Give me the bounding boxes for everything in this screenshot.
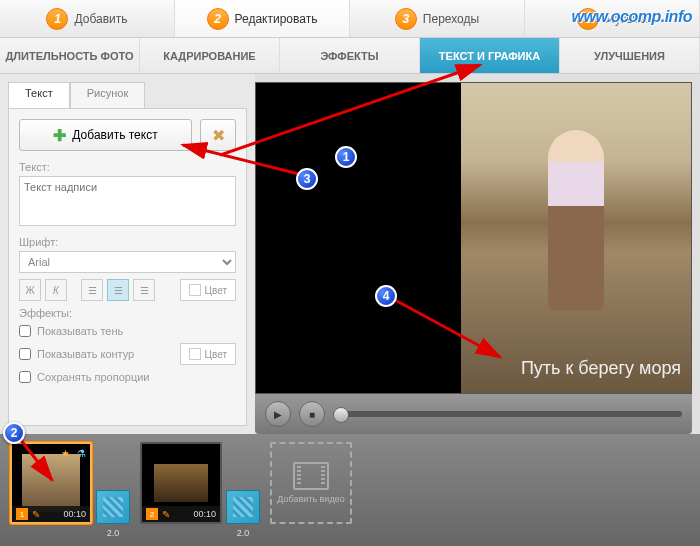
star-icon: ★ — [58, 446, 72, 460]
caption-overlay[interactable]: Путь к берегу моря — [521, 358, 681, 379]
shadow-checkbox[interactable] — [19, 325, 31, 337]
tab-label: Добавить — [74, 12, 127, 26]
color-swatch — [189, 284, 201, 296]
clip-1: ★⚗ 1✎00:10 2.0 — [10, 442, 130, 524]
photo-content — [461, 83, 691, 393]
transition-duration: 2.0 — [226, 528, 260, 538]
outline-label: Показывать контур — [37, 348, 134, 360]
film-icon — [293, 462, 329, 490]
caption-textarea[interactable] — [19, 176, 236, 226]
shadow-label: Показывать тень — [37, 325, 123, 337]
play-button[interactable]: ▶ — [265, 401, 291, 427]
workspace: Текст Рисунок ✚Добавить текст ✖ Текст: Ш… — [0, 74, 700, 434]
play-icon: ▶ — [274, 409, 282, 420]
step-number: 1 — [46, 8, 68, 30]
annotation-2: 2 — [3, 422, 25, 444]
transition-button[interactable] — [96, 490, 130, 524]
outline-color-button[interactable]: Цвет — [180, 343, 236, 365]
add-text-button[interactable]: ✚Добавить текст — [19, 119, 192, 151]
align-left-icon: ☰ — [88, 285, 97, 296]
font-label: Шрифт: — [19, 236, 236, 248]
bold-button[interactable]: Ж — [19, 279, 41, 301]
align-right-button[interactable]: ☰ — [133, 279, 155, 301]
stop-button[interactable]: ■ — [299, 401, 325, 427]
sub-tabs: ДЛИТЕЛЬНОСТЬ ФОТО КАДРИРОВАНИЕ ЭФФЕКТЫ Т… — [0, 38, 700, 74]
panel-body: ✚Добавить текст ✖ Текст: Шрифт: Arial Ж … — [8, 108, 247, 426]
inner-tab-text[interactable]: Текст — [8, 82, 70, 108]
subtab-enhance[interactable]: УЛУЧШЕНИЯ — [560, 38, 700, 73]
watermark: www.ocomp.info — [572, 8, 692, 26]
delete-text-button[interactable]: ✖ — [200, 119, 236, 151]
subtab-text-graphics[interactable]: ТЕКСТ И ГРАФИКА — [420, 38, 560, 73]
font-select[interactable]: Arial — [19, 251, 236, 273]
preview-canvas[interactable]: Путь к берегу моря — [255, 82, 692, 394]
color-swatch — [189, 348, 201, 360]
clip-duration: 00:10 — [63, 509, 86, 519]
flask-icon: ⚗ — [74, 446, 88, 460]
tab-transitions[interactable]: 3Переходы — [350, 0, 525, 37]
clip-thumbnail[interactable]: ★⚗ 1✎00:10 — [10, 442, 92, 524]
align-center-button[interactable]: ☰ — [107, 279, 129, 301]
clip-duration: 00:10 — [193, 509, 216, 519]
text-color-button[interactable]: Цвет — [180, 279, 236, 301]
playback-controls: ▶ ■ — [255, 394, 692, 434]
preview-area: Путь к берегу моря ▶ ■ — [255, 74, 700, 434]
transition-button[interactable] — [226, 490, 260, 524]
add-video-button[interactable]: Добавить видео — [270, 442, 352, 524]
timeline: ★⚗ 1✎00:10 2.0 2✎00:10 2.0 Добавить виде… — [0, 434, 700, 546]
thumb-image — [22, 454, 80, 512]
step-number: 3 — [395, 8, 417, 30]
tab-label: Переходы — [423, 12, 479, 26]
clip-2: 2✎00:10 2.0 — [140, 442, 260, 524]
subtab-crop[interactable]: КАДРИРОВАНИЕ — [140, 38, 280, 73]
outline-checkbox[interactable] — [19, 348, 31, 360]
transition-duration: 2.0 — [96, 528, 130, 538]
effects-label: Эффекты: — [19, 307, 236, 319]
cross-icon: ✖ — [212, 126, 225, 145]
keep-ratio-label: Сохранять пропорции — [37, 371, 150, 383]
italic-button[interactable]: К — [45, 279, 67, 301]
annotation-3: 3 — [296, 168, 318, 190]
stop-icon: ■ — [309, 409, 315, 420]
inner-tab-image[interactable]: Рисунок — [70, 82, 146, 108]
clip-number: 1 — [16, 508, 28, 520]
annotation-1: 1 — [335, 146, 357, 168]
align-right-icon: ☰ — [140, 285, 149, 296]
step-number: 2 — [207, 8, 229, 30]
tab-add[interactable]: 1Добавить — [0, 0, 175, 37]
add-video-label: Добавить видео — [277, 494, 344, 504]
inner-tabs: Текст Рисунок — [8, 82, 247, 108]
align-left-button[interactable]: ☰ — [81, 279, 103, 301]
add-text-label: Добавить текст — [72, 128, 157, 142]
tab-label: Редактировать — [235, 12, 318, 26]
clip-thumbnail[interactable]: 2✎00:10 — [140, 442, 222, 524]
subtab-duration[interactable]: ДЛИТЕЛЬНОСТЬ ФОТО — [0, 38, 140, 73]
thumb-image — [154, 464, 208, 502]
align-center-icon: ☰ — [114, 285, 123, 296]
seek-bar[interactable] — [333, 411, 682, 417]
text-label: Текст: — [19, 161, 236, 173]
pencil-icon: ✎ — [162, 509, 170, 520]
annotation-4: 4 — [375, 285, 397, 307]
left-panel: Текст Рисунок ✚Добавить текст ✖ Текст: Ш… — [0, 74, 255, 434]
pencil-icon: ✎ — [32, 509, 40, 520]
subtab-effects[interactable]: ЭФФЕКТЫ — [280, 38, 420, 73]
keep-ratio-checkbox[interactable] — [19, 371, 31, 383]
tab-edit[interactable]: 2Редактировать — [175, 0, 350, 37]
clip-number: 2 — [146, 508, 158, 520]
plus-icon: ✚ — [53, 126, 66, 145]
